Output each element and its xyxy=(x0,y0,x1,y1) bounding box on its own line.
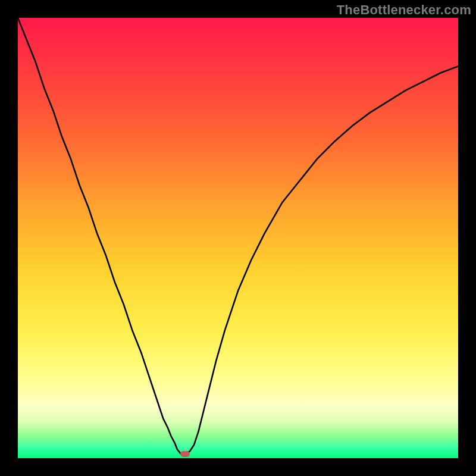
optimal-point-marker xyxy=(180,451,190,457)
watermark-text: TheBottlenecker.com xyxy=(337,2,471,18)
chart-frame: TheBottlenecker.com xyxy=(0,0,476,476)
plot-area xyxy=(18,18,458,458)
bottleneck-curve xyxy=(18,18,458,458)
